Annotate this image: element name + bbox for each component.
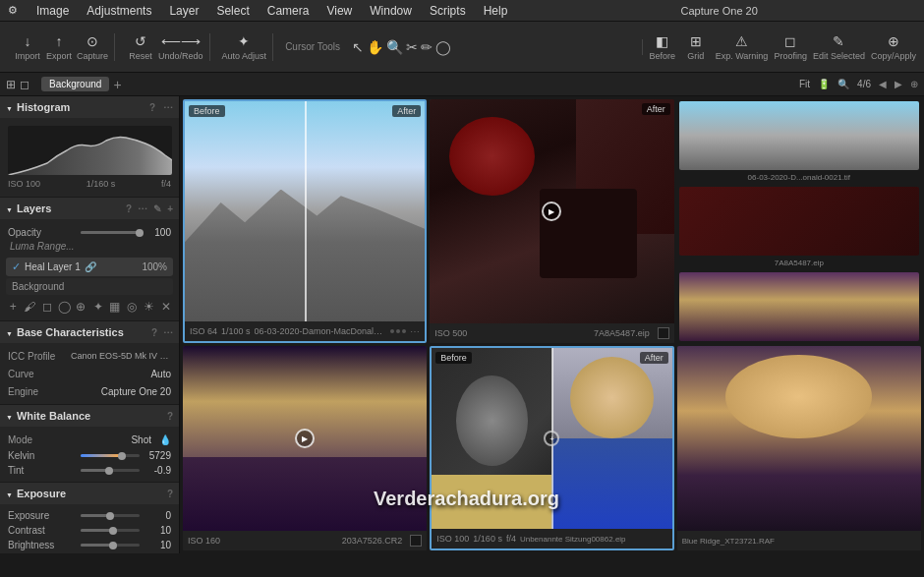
luma-range-label[interactable]: Luma Range... [8,241,75,252]
layers-menu-icon[interactable]: ⋯ [138,203,147,214]
import-button[interactable]: ↓ Import [14,33,41,61]
auto-adjust-button[interactable]: ✦ Auto Adjust [222,33,267,61]
grid-cell-6[interactable]: Blue Ridge_XT23721.RAF [677,346,921,550]
brightness-label: Brightness [8,540,77,550]
single-view-btn[interactable]: ◻ [20,78,29,91]
mode-value[interactable]: Shot [131,434,151,445]
toolbar: ↓ Import ↑ Export ⊙ Capture ↺ Reset ⟵⟶ U… [0,22,924,73]
wb-help-icon[interactable]: ? [167,411,173,422]
gradient-icon[interactable]: ▦ [108,300,122,314]
grid-view-btn[interactable]: ⊞ [6,78,16,91]
tab-background[interactable]: Background [41,77,109,91]
heal-icon[interactable]: ✦ [90,300,104,314]
radial-icon[interactable]: ◎ [125,300,139,314]
reset-button[interactable]: ↺ Reset [127,33,154,61]
grid-cell-5[interactable]: Before After + ISO 100 1/160 s f/4 Unben… [430,346,673,550]
zoom-icon[interactable]: 🔍 [837,79,849,89]
brush-icon[interactable]: 🖌 [23,300,36,314]
expand-btn[interactable]: ⊕ [910,79,918,89]
eraser-icon[interactable]: ◻ [40,300,54,314]
thumb-3[interactable] [679,272,919,341]
base-char-menu-icon[interactable]: ⋯ [163,327,173,338]
cell-2-checkbox[interactable] [658,327,669,339]
add-layer-icon[interactable]: + [6,300,20,314]
exp-warning-button[interactable]: ⚠ Exp. Warning [716,33,769,61]
clone-icon[interactable]: ⊕ [74,300,87,314]
menu-item-view[interactable]: View [323,4,355,18]
histogram-menu-icon[interactable]: ⋯ [163,102,173,113]
grid-cell-2[interactable]: After ▶ ISO 500 7A8A5487.eip [430,99,673,343]
menu-item-help[interactable]: Help [481,4,511,18]
tint-slider[interactable] [81,469,140,472]
heal-layer-item[interactable]: ✓ Heal Layer 1 🔗 100% [6,258,173,276]
contrast-row: Contrast 10 [0,523,179,538]
layers-collapse-icon [6,202,13,214]
opacity-slider[interactable] [81,231,140,234]
base-char-help-icon[interactable]: ? [151,327,157,338]
before-button[interactable]: ◧ Before [649,33,676,61]
cursor-tool-4[interactable]: ✂ [406,39,418,55]
engine-value[interactable]: Capture One 20 [101,386,171,397]
cursor-tool-6[interactable]: ◯ [435,39,451,55]
kelvin-slider[interactable] [81,454,140,457]
layers-add-icon[interactable]: + [167,203,173,214]
export-button[interactable]: ↑ Export [45,33,73,61]
cursor-tool-1[interactable]: ↖ [352,39,364,55]
capture-button[interactable]: ⊙ Capture [77,33,108,61]
add-tab-button[interactable]: + [113,77,121,92]
histogram-shutter: 1/160 s [87,179,116,189]
curve-value[interactable]: Auto [150,369,171,379]
layers-help-icon[interactable]: ? [126,203,132,214]
thumb-1[interactable] [679,101,919,170]
histogram-iso: ISO 100 [8,179,40,189]
exposure-help-icon[interactable]: ? [167,489,173,499]
nav-next-btn[interactable]: ▶ [895,79,902,89]
grid-cell-4[interactable]: ▶ ISO 160 203A7526.CR2 [183,346,427,550]
cell-4-image: ▶ [183,346,427,531]
edit-selected-button[interactable]: ✎ Edit Selected [813,33,865,61]
base-char-header[interactable]: Base Characteristics ? ⋯ [0,321,179,343]
cursor-tool-3[interactable]: 🔍 [386,39,403,55]
cursor-tool-2[interactable]: ✋ [367,39,383,55]
menu-item-scripts[interactable]: Scripts [427,4,469,18]
copy-apply-button[interactable]: ⊕ Copy/Apply [871,33,916,61]
contrast-slider[interactable] [81,529,140,532]
exposure-collapse-icon [6,488,13,499]
menu-item-window[interactable]: Window [367,4,415,18]
cell-5-cross[interactable]: + [544,431,559,446]
cursor-tool-5[interactable]: ✏ [421,39,433,55]
histogram-header[interactable]: Histogram ? ⋯ [0,96,179,118]
cell-2-play-btn[interactable]: ▶ [542,202,561,221]
layers-header[interactable]: Layers ? ⋯ ✎ + [0,198,179,219]
thumb-2[interactable] [679,187,919,256]
cell-4-checkbox[interactable] [410,535,422,547]
menu-item-adjustments[interactable]: Adjustments [84,4,154,18]
mask-icon[interactable]: ◯ [57,300,71,314]
grid-button[interactable]: ⊞ Grid [682,33,710,61]
wb-content: Mode Shot 💧 Kelvin 5729 Tint [0,427,179,482]
cell-4-play-btn[interactable]: ▶ [295,429,315,448]
grid-cell-1[interactable]: Before After ISO 64 1/100 s 06-03-2020-D… [183,99,427,343]
exposure-header[interactable]: Exposure ? [0,483,179,504]
icc-value[interactable]: Canon EOS-5D Mk IV Generic C... [71,351,171,361]
grid-icon: ⊞ [690,33,702,49]
menu-item-image[interactable]: Image [33,4,72,18]
undo-redo-button[interactable]: ⟵⟶ Undo/Redo [158,33,203,61]
histogram-help-icon[interactable]: ? [149,102,155,113]
wb-dropper-icon[interactable]: 💧 [159,434,171,445]
delete-icon[interactable]: ✕ [159,300,173,314]
luma-range-row: Luma Range... [8,241,171,252]
nav-prev-btn[interactable]: ◀ [879,79,887,89]
white-balance-header[interactable]: White Balance ? [0,405,179,427]
layers-edit-icon[interactable]: ✎ [153,203,161,214]
cell-1-menu-icon[interactable]: ⋯ [410,326,420,337]
toolbar-group-cursor: Cursor Tools ↖ ✋ 🔍 ✂ ✏ ◯ [279,39,643,55]
menu-item-layer[interactable]: Layer [166,4,202,18]
exposure-slider[interactable] [81,514,140,517]
menu-item-select[interactable]: Select [213,4,252,18]
brightness-slider[interactable] [81,544,140,547]
menu-item-camera[interactable]: Camera [264,4,313,18]
luma-icon[interactable]: ☀ [142,300,155,314]
fit-label[interactable]: Fit [799,79,810,89]
proofing-button[interactable]: ◻ Proofing [774,33,807,61]
